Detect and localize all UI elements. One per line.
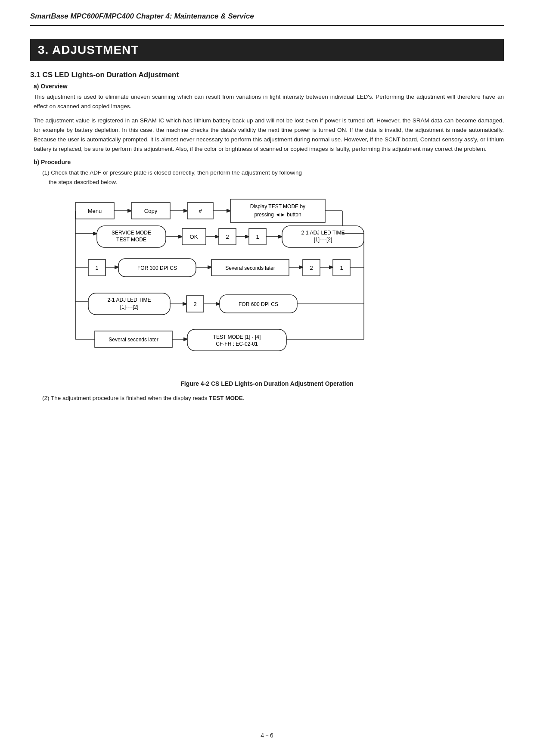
- svg-rect-48: [187, 329, 286, 351]
- num1b-label: 1: [95, 265, 98, 271]
- ok-label: OK: [190, 234, 198, 240]
- overview-para1: This adjustment is used to eliminate une…: [34, 92, 504, 112]
- diagram-svg: Menu Copy # Display TEST MODE by pressin…: [62, 195, 472, 376]
- adj-led-time-1-line2: [1]----[2]: [314, 237, 332, 243]
- step2: (2) The adjustment procedure is finished…: [42, 395, 504, 401]
- procedure-step1: (1) Check that the ADF or pressure plate…: [42, 168, 504, 187]
- chapter-title: 3. ADJUSTMENT: [30, 39, 504, 61]
- flow-diagram: Menu Copy # Display TEST MODE by pressin…: [62, 195, 472, 376]
- hash-label: #: [199, 208, 202, 214]
- num2c-label: 2: [193, 301, 196, 307]
- several-sec-2-label: Several seconds later: [109, 337, 158, 343]
- figure-caption: Figure 4-2 CS LED Lights-on Duration Adj…: [30, 380, 504, 387]
- several-sec-1-label: Several seconds later: [225, 265, 275, 271]
- adj-led-time-1-line1: 2-1 ADJ LED TIME: [301, 230, 345, 236]
- subsection-a-title: a) Overview: [34, 83, 504, 90]
- num1a-label: 1: [256, 234, 259, 240]
- num1c-label: 1: [340, 265, 343, 271]
- overview-para2: The adjustment value is registered in an…: [34, 116, 504, 154]
- adj-led-time-2-line1: 2-1 ADJ LED TIME: [107, 297, 151, 303]
- page-header: SmartBase MPC600F/MPC400 Chapter 4: Main…: [30, 0, 504, 26]
- num2b-label: 2: [310, 265, 313, 271]
- display-test-mode-line1: Display TEST MODE by: [250, 203, 305, 209]
- header-title: SmartBase MPC600F/MPC400 Chapter 4: Main…: [30, 12, 254, 20]
- test-mode-final-line1: TEST MODE [1] - [4]: [213, 334, 261, 340]
- display-test-mode-line2: pressing ◄► button: [254, 212, 301, 218]
- test-mode-final-line2: CF-FH : EC-02-01: [216, 341, 258, 347]
- num2a-label: 2: [226, 234, 229, 240]
- for300-label: FOR 300 DPI CS: [137, 265, 177, 271]
- menu-label: Menu: [88, 208, 102, 214]
- page: SmartBase MPC600F/MPC400 Chapter 4: Main…: [0, 0, 534, 756]
- section-title: 3.1 CS LED Lights-on Duration Adjustment: [30, 71, 504, 79]
- procedure-title: b) Procedure: [34, 159, 504, 166]
- svg-rect-6: [230, 199, 325, 222]
- for600-label: FOR 600 DPI CS: [239, 301, 278, 307]
- footer: 4－6: [0, 732, 534, 740]
- adj-led-time-2-line2: [1]----[2]: [120, 304, 139, 310]
- copy-label: Copy: [144, 208, 158, 214]
- test-mode-label: TEST MODE: [116, 237, 146, 243]
- service-mode-label: SERVICE MODE: [112, 230, 151, 236]
